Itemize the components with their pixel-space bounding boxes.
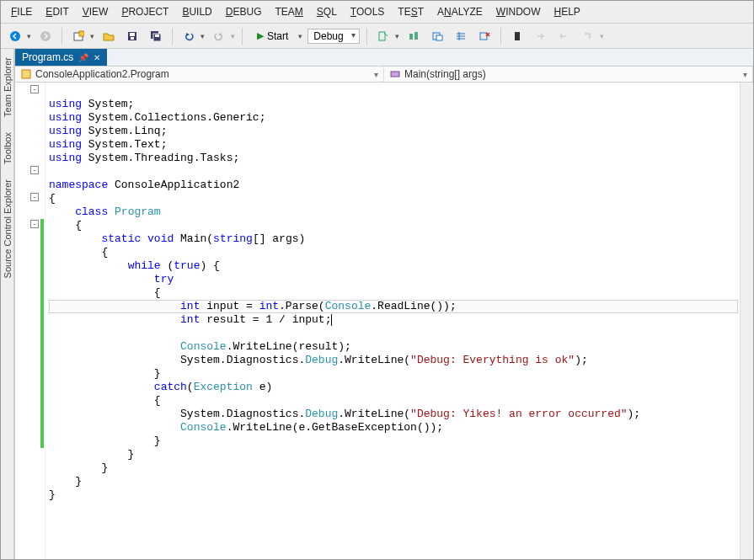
config-select[interactable]: Debug — [307, 29, 359, 44]
fold-toggle[interactable]: - — [30, 85, 39, 93]
menu-tools[interactable]: TOOLS — [345, 4, 389, 19]
svg-rect-12 — [414, 32, 418, 40]
tb-step-3[interactable] — [579, 27, 597, 45]
svg-rect-18 — [391, 72, 399, 77]
svg-rect-15 — [480, 33, 487, 40]
svg-rect-6 — [131, 37, 134, 40]
side-panel-strip: Team Explorer Toolbox Source Control Exp… — [1, 49, 14, 559]
tb-icon-5[interactable] — [475, 27, 494, 45]
svg-point-0 — [10, 31, 20, 41]
fold-toggle[interactable]: - — [30, 220, 39, 228]
menu-edit[interactable]: EDIT — [40, 4, 73, 19]
side-tab-source-control[interactable]: Source Control Explorer — [3, 176, 13, 281]
menu-team[interactable]: TEAM — [270, 4, 307, 19]
nav-back-drop[interactable]: ▾ — [27, 32, 31, 40]
svg-rect-3 — [79, 31, 84, 36]
open-file-button[interactable] — [99, 27, 118, 45]
start-debug-drop[interactable]: ▾ — [298, 32, 302, 40]
tb-icon-4[interactable] — [452, 27, 470, 45]
side-tab-toolbox[interactable]: Toolbox — [3, 129, 13, 168]
start-debug-button[interactable]: ▶ Start — [249, 28, 296, 45]
menu-analyze[interactable]: ANALYZE — [432, 4, 488, 19]
redo-button[interactable] — [210, 27, 228, 45]
svg-rect-16 — [515, 32, 520, 40]
tb-step-2[interactable] — [555, 27, 574, 45]
pin-icon[interactable]: 📌 — [78, 53, 88, 62]
menu-window[interactable]: WINDOW — [491, 4, 546, 19]
save-all-button[interactable] — [147, 27, 165, 45]
svg-rect-17 — [22, 70, 30, 78]
close-icon[interactable]: ✕ — [94, 53, 100, 62]
nav-type-select[interactable]: ConsoleApplication2.Program — [15, 67, 384, 82]
fold-toggle[interactable]: - — [30, 193, 39, 201]
side-tab-team-explorer[interactable]: Team Explorer — [3, 54, 13, 120]
nav-back-button[interactable] — [6, 27, 24, 45]
svg-rect-5 — [130, 33, 135, 36]
new-project-drop[interactable]: ▾ — [90, 32, 94, 40]
toolbar: ▾ ▾ ▾ ▾ ▶ Start ▾ Debug ▾ ▾ — [1, 24, 753, 49]
undo-drop[interactable]: ▾ — [201, 32, 205, 40]
menu-view[interactable]: VIEW — [78, 4, 114, 19]
fold-toggle[interactable]: - — [30, 166, 39, 174]
svg-rect-14 — [436, 35, 442, 40]
menu-bar: FILE EDIT VIEW PROJECT BUILD DEBUG TEAM … — [1, 1, 753, 24]
start-label: Start — [267, 30, 288, 42]
nav-member-select[interactable]: Main(string[] args) — [384, 67, 753, 82]
nav-bar: ConsoleApplication2.Program Main(string[… — [15, 67, 753, 83]
tb-bookmark-icon[interactable] — [508, 27, 527, 45]
redo-drop[interactable]: ▾ — [231, 32, 235, 40]
doc-tab-title: Program.cs — [22, 51, 73, 63]
tb-icon-1[interactable] — [374, 27, 393, 45]
change-indicator — [40, 219, 44, 448]
doc-tab-program[interactable]: Program.cs 📌 ✕ — [15, 49, 107, 66]
editor-gutter[interactable]: - - - - — [15, 83, 45, 559]
tb-icon-2[interactable] — [404, 27, 423, 45]
main-area: Team Explorer Toolbox Source Control Exp… — [1, 49, 753, 559]
undo-button[interactable] — [179, 27, 198, 45]
play-icon: ▶ — [257, 30, 264, 41]
menu-file[interactable]: FILE — [6, 4, 37, 19]
code-area[interactable]: using System; using System.Collections.G… — [45, 83, 740, 559]
class-icon — [20, 68, 32, 80]
tb-icon-3[interactable] — [428, 27, 447, 45]
menu-help[interactable]: HELP — [549, 4, 586, 19]
svg-rect-11 — [409, 34, 413, 40]
method-icon — [389, 68, 401, 80]
new-project-button[interactable] — [69, 27, 88, 45]
menu-build[interactable]: BUILD — [177, 4, 217, 19]
code-editor[interactable]: - - - - using System; using System.Colle… — [15, 83, 753, 559]
menu-sql[interactable]: SQL — [312, 4, 342, 19]
document-tab-well: Program.cs 📌 ✕ — [15, 49, 753, 67]
tb-step-1[interactable] — [532, 27, 550, 45]
vertical-scrollbar[interactable] — [740, 83, 753, 559]
nav-fwd-button[interactable] — [36, 27, 55, 45]
svg-point-1 — [40, 31, 51, 41]
save-button[interactable] — [123, 27, 142, 45]
menu-project[interactable]: PROJECT — [116, 4, 174, 19]
svg-rect-9 — [155, 35, 159, 37]
menu-test[interactable]: TEST — [393, 4, 429, 19]
menu-debug[interactable]: DEBUG — [221, 4, 267, 19]
